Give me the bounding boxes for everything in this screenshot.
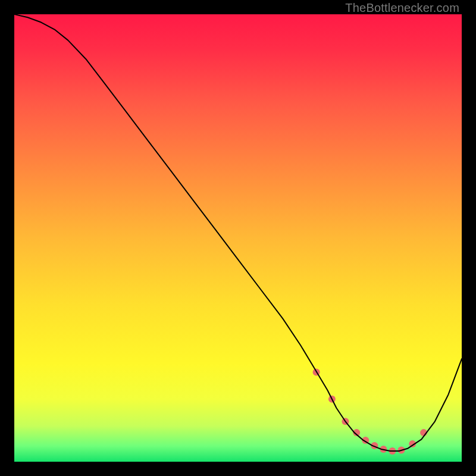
chart-frame <box>14 14 462 462</box>
attribution-label: TheBottlenecker.com <box>345 1 459 15</box>
chart-svg <box>14 14 462 462</box>
gradient-background <box>14 14 462 462</box>
